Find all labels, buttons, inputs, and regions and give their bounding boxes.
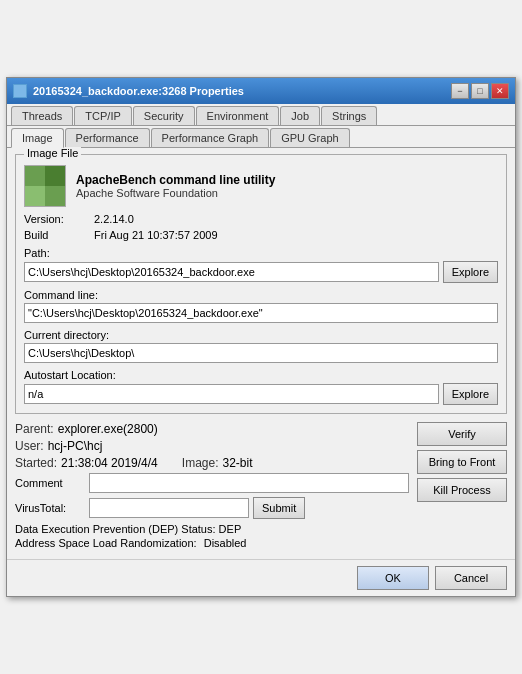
bottom-buttons: OK Cancel xyxy=(7,559,515,596)
parent-label: Parent: xyxy=(15,422,54,436)
parent-value: explorer.exe(2800) xyxy=(58,422,158,436)
comment-input[interactable] xyxy=(89,473,409,493)
tab-security[interactable]: Security xyxy=(133,106,195,125)
image-label: Image: xyxy=(182,456,219,470)
bottom-section: Parent: explorer.exe(2800) User: hcj-PC\… xyxy=(15,422,507,551)
parent-user-row: Parent: explorer.exe(2800) xyxy=(15,422,409,436)
aslr-label: Address Space Load Randomization: xyxy=(15,537,197,549)
title-bar-left: 20165324_backdoor.exe:3268 Properties xyxy=(13,84,244,98)
parent-item: Parent: explorer.exe(2800) xyxy=(15,422,158,436)
version-value: 2.2.14.0 xyxy=(94,213,134,225)
content-area: Image File ApacheBench command line util… xyxy=(7,148,515,555)
cmdline-input[interactable] xyxy=(24,303,498,323)
aslr-row: Address Space Load Randomization: Disabl… xyxy=(15,537,409,549)
app-info: ApacheBench command line utility Apache … xyxy=(76,173,275,199)
maximize-button[interactable]: □ xyxy=(471,83,489,99)
tab-threads[interactable]: Threads xyxy=(11,106,73,125)
window-title: 20165324_backdoor.exe:3268 Properties xyxy=(33,85,244,97)
tab-performance[interactable]: Performance xyxy=(65,128,150,147)
dep-label: Data Execution Prevention (DEP) Status: … xyxy=(15,523,241,535)
cancel-button[interactable]: Cancel xyxy=(435,566,507,590)
app-icon xyxy=(24,165,66,207)
path-label: Path: xyxy=(24,247,498,259)
dep-row: Data Execution Prevention (DEP) Status: … xyxy=(15,523,409,535)
autostart-label: Autostart Location: xyxy=(24,369,498,381)
right-buttons: Verify Bring to Front Kill Process xyxy=(417,422,507,551)
app-header: ApacheBench command line utility Apache … xyxy=(24,165,498,405)
virustotal-input[interactable] xyxy=(89,498,249,518)
app-icon-inner xyxy=(25,166,65,206)
path-input[interactable] xyxy=(24,262,439,282)
curdir-label: Current directory: xyxy=(24,329,498,341)
tab-environment[interactable]: Environment xyxy=(196,106,280,125)
path-explore-button[interactable]: Explore xyxy=(443,261,498,283)
build-row: Build Fri Aug 21 10:37:57 2009 xyxy=(24,229,498,241)
autostart-input[interactable] xyxy=(24,384,439,404)
submit-button[interactable]: Submit xyxy=(253,497,305,519)
app-company: Apache Software Foundation xyxy=(76,187,275,199)
user-label: User: xyxy=(15,439,44,453)
image-item: Image: 32-bit xyxy=(182,456,253,470)
ok-button[interactable]: OK xyxy=(357,566,429,590)
second-tab-bar: Image Performance Performance Graph GPU … xyxy=(7,126,515,148)
build-value: Fri Aug 21 10:37:57 2009 xyxy=(94,229,218,241)
user-item: User: hcj-PC\hcj xyxy=(15,439,102,453)
version-row: Version: 2.2.14.0 xyxy=(24,213,498,225)
user-row: User: hcj-PC\hcj xyxy=(15,439,409,453)
virustotal-row: VirusTotal: Submit xyxy=(15,497,409,519)
icon-q3 xyxy=(25,186,45,206)
tab-tcpip[interactable]: TCP/IP xyxy=(74,106,131,125)
started-value: 21:38:04 2019/4/4 xyxy=(61,456,158,470)
icon-q4 xyxy=(45,186,65,206)
started-label: Started: xyxy=(15,456,57,470)
tab-image[interactable]: Image xyxy=(11,128,64,148)
close-button[interactable]: ✕ xyxy=(491,83,509,99)
tab-performance-graph[interactable]: Performance Graph xyxy=(151,128,270,147)
group-title: Image File xyxy=(24,147,81,159)
autostart-explore-button[interactable]: Explore xyxy=(443,383,498,405)
tab-strings[interactable]: Strings xyxy=(321,106,377,125)
left-info: Parent: explorer.exe(2800) User: hcj-PC\… xyxy=(15,422,409,551)
curdir-input[interactable] xyxy=(24,343,498,363)
comment-label: Comment xyxy=(15,477,85,489)
version-label: Version: xyxy=(24,213,94,225)
title-bar: 20165324_backdoor.exe:3268 Properties − … xyxy=(7,78,515,104)
verify-button[interactable]: Verify xyxy=(417,422,507,446)
virustotal-label: VirusTotal: xyxy=(15,502,85,514)
aslr-value: Disabled xyxy=(204,537,247,549)
minimize-button[interactable]: − xyxy=(451,83,469,99)
build-label: Build xyxy=(24,229,94,241)
main-window: 20165324_backdoor.exe:3268 Properties − … xyxy=(6,77,516,597)
bring-to-front-button[interactable]: Bring to Front xyxy=(417,450,507,474)
user-value: hcj-PC\hcj xyxy=(48,439,103,453)
window-icon xyxy=(13,84,27,98)
tab-gpu-graph[interactable]: GPU Graph xyxy=(270,128,349,147)
app-name: ApacheBench command line utility xyxy=(76,173,275,187)
kill-process-button[interactable]: Kill Process xyxy=(417,478,507,502)
icon-q1 xyxy=(25,166,45,186)
image-value: 32-bit xyxy=(222,456,252,470)
image-file-group: Image File ApacheBench command line util… xyxy=(15,154,507,414)
top-tab-bar: Threads TCP/IP Security Environment Job … xyxy=(7,104,515,126)
comment-row: Comment xyxy=(15,473,409,493)
tab-job[interactable]: Job xyxy=(280,106,320,125)
started-item: Started: 21:38:04 2019/4/4 xyxy=(15,456,158,470)
cmdline-label: Command line: xyxy=(24,289,498,301)
started-row: Started: 21:38:04 2019/4/4 Image: 32-bit xyxy=(15,456,409,470)
icon-q2 xyxy=(45,166,65,186)
title-controls: − □ ✕ xyxy=(451,83,509,99)
autostart-row: Explore xyxy=(24,383,498,405)
path-row: Explore xyxy=(24,261,498,283)
